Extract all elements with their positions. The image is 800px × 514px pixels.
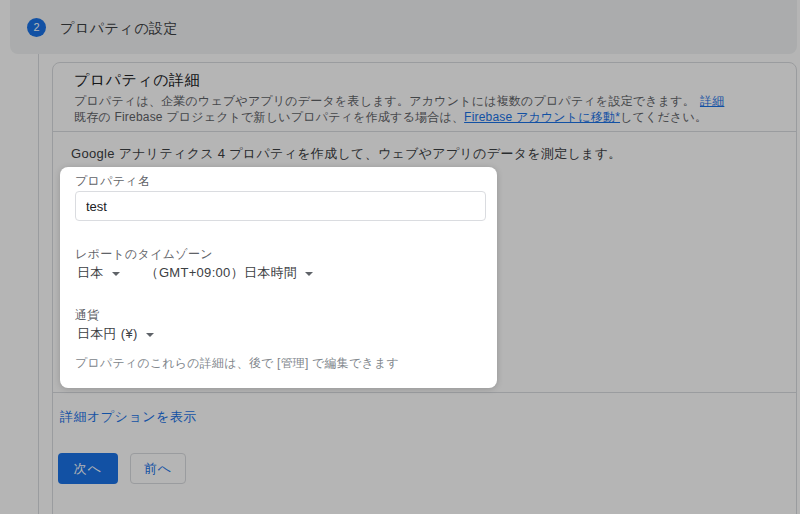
currency-select[interactable]: 日本円 (¥)	[77, 325, 154, 343]
timezone-country-value: 日本	[77, 264, 104, 282]
timezone-zone-select[interactable]: （GMT+09:00）日本時間	[146, 264, 314, 282]
dropdown-arrow-icon	[146, 333, 154, 337]
edit-later-note: プロパティのこれらの詳細は、後で [管理] で編集できます	[75, 355, 399, 372]
property-name-input[interactable]	[75, 191, 486, 221]
timezone-label: レポートのタイムゾーン	[75, 246, 213, 263]
currency-label: 通貨	[75, 307, 100, 324]
currency-row: 日本円 (¥)	[77, 325, 154, 343]
property-form-spotlight: プロパティ名 レポートのタイムゾーン 日本 （GMT+09:00）日本時間 通貨…	[60, 167, 497, 388]
timezone-country-select[interactable]: 日本	[77, 264, 120, 282]
timezone-zone-value: （GMT+09:00）日本時間	[146, 264, 298, 282]
property-setup-screen: 2 プロパティの設定 プロパティの詳細 プロパティは、企業のウェブやアプリのデー…	[0, 0, 800, 514]
timezone-row: 日本 （GMT+09:00）日本時間	[77, 264, 313, 282]
currency-value: 日本円 (¥)	[77, 325, 138, 343]
property-name-label: プロパティ名	[75, 173, 150, 190]
dropdown-arrow-icon	[305, 272, 313, 276]
dropdown-arrow-icon	[112, 272, 120, 276]
